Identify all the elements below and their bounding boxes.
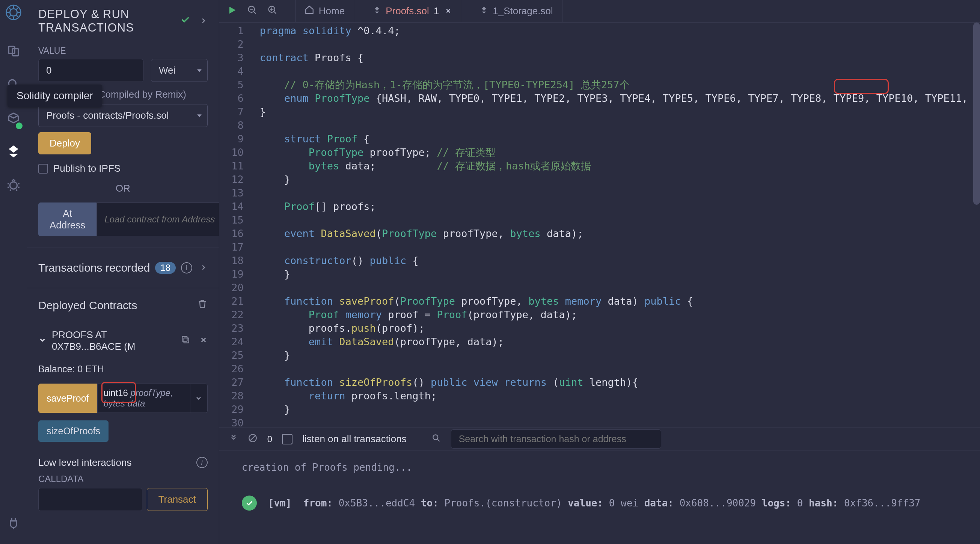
terminal-search-input[interactable] <box>451 429 661 448</box>
tooltip: Solidity compiler <box>8 85 102 107</box>
balance-label: Balance: 0 ETH <box>38 359 208 384</box>
calldata-input[interactable] <box>38 488 142 511</box>
expand-tx-icon[interactable] <box>199 262 208 274</box>
sizeofproofs-button[interactable]: sizeOfProofs <box>38 420 108 442</box>
or-divider: OR <box>38 183 208 194</box>
pending-count: 0 <box>267 434 272 444</box>
svg-point-1 <box>10 9 17 16</box>
copy-icon[interactable] <box>181 335 190 347</box>
close-instance-icon[interactable] <box>199 335 208 347</box>
saveproof-input[interactable]: uint16 proofType, bytes data <box>97 384 190 413</box>
low-level-label: Low level interactions <box>38 457 132 469</box>
listen-checkbox[interactable] <box>282 434 293 444</box>
solidity-file-icon <box>480 5 488 17</box>
home-tab[interactable]: Home <box>295 0 354 22</box>
value-input[interactable] <box>38 59 143 82</box>
deploy-run-icon[interactable] <box>6 144 21 161</box>
unit-select[interactable]: Wei <box>151 59 208 82</box>
svg-rect-7 <box>182 336 187 341</box>
deploy-button[interactable]: Deploy <box>38 132 91 155</box>
file-explorer-icon[interactable] <box>6 44 21 61</box>
line-gutter: 1234567891011121314151617181920212223242… <box>219 22 253 428</box>
tx-count-badge: 18 <box>155 262 176 274</box>
tx-success-icon <box>242 496 257 510</box>
remix-logo-icon <box>5 4 22 23</box>
svg-point-5 <box>10 182 17 189</box>
code-editor[interactable]: 1234567891011121314151617181920212223242… <box>219 22 980 428</box>
svg-rect-6 <box>184 338 188 343</box>
terminal-line: creation of Proofs pending... <box>242 462 958 473</box>
calldata-label: CALLDATA <box>38 472 208 488</box>
terminal-tx-line[interactable]: [vm] from: 0x5B3...eddC4 to: Proofs.(con… <box>242 496 958 510</box>
terminal-toggle-icon[interactable] <box>229 434 238 445</box>
compile-success-badge <box>16 123 22 129</box>
play-icon[interactable] <box>227 5 237 18</box>
listen-label: listen on all transactions <box>302 433 406 445</box>
saveproof-button[interactable]: saveProof <box>38 384 97 413</box>
proofs-tab[interactable]: Proofs.sol 1 <box>364 0 461 22</box>
trash-icon[interactable] <box>197 299 208 312</box>
zoom-in-icon[interactable] <box>267 5 278 18</box>
close-tab-icon[interactable] <box>445 5 452 17</box>
at-address-button[interactable]: At Address <box>38 203 97 236</box>
clear-terminal-icon[interactable] <box>248 433 258 445</box>
storage-tab[interactable]: 1_Storage.sol <box>471 0 562 22</box>
solidity-file-icon <box>373 5 381 17</box>
compiler-icon[interactable] <box>6 111 21 128</box>
contract-select[interactable]: Proofs - contracts/Proofs.sol <box>38 104 208 127</box>
value-label: VALUE <box>38 38 208 56</box>
search-icon[interactable] <box>431 433 441 445</box>
panel-title: DEPLOY & RUN TRANSACTIONS <box>38 8 175 35</box>
publish-checkbox[interactable] <box>38 164 48 174</box>
transact-button[interactable]: Transact <box>147 488 208 511</box>
tx-recorded-label: Transactions recorded <box>38 262 150 274</box>
publish-label: Publish to IPFS <box>53 163 121 174</box>
svg-point-11 <box>433 435 438 440</box>
chevron-right-icon[interactable] <box>199 14 208 28</box>
at-address-input[interactable] <box>97 203 219 236</box>
expand-fn-icon[interactable] <box>190 384 208 413</box>
info-icon[interactable]: i <box>181 262 192 273</box>
debugger-icon[interactable] <box>6 178 21 194</box>
instance-name: PROOFS AT 0X7B9...B6ACE (M <box>52 329 172 353</box>
deployed-title: Deployed Contracts <box>38 299 137 312</box>
editor-scrollbar[interactable] <box>973 22 980 205</box>
chevron-down-icon[interactable] <box>38 335 46 347</box>
home-icon <box>304 5 314 17</box>
check-icon <box>180 14 190 28</box>
plugin-manager-icon[interactable] <box>6 516 21 533</box>
zoom-out-icon[interactable] <box>247 5 258 18</box>
info-icon[interactable]: i <box>196 457 208 468</box>
